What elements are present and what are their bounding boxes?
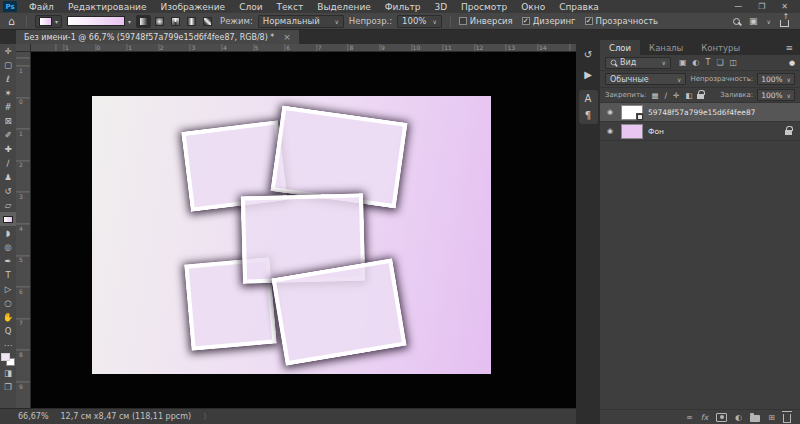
photo-frame-5[interactable] xyxy=(272,259,407,366)
foreground-color-swatch[interactable] xyxy=(1,353,10,361)
home-icon[interactable]: ⌂ xyxy=(8,15,15,28)
magic-wand-tool[interactable]: ✶ xyxy=(0,86,16,100)
blur-tool[interactable]: ◗ xyxy=(0,226,16,240)
lock-artboard-icon[interactable]: ◧ xyxy=(684,91,693,100)
document-tab[interactable]: Без имени-1 @ 66,7% (59748f57a799e15d6f4… xyxy=(16,30,299,44)
menu-файл[interactable]: Файл xyxy=(22,2,61,12)
actions-panel-icon[interactable]: ▶ xyxy=(579,66,598,83)
chevron-down-icon[interactable]: ∨ xyxy=(767,18,771,25)
healing-brush-tool[interactable]: ✚ xyxy=(0,142,16,156)
status-options-arrow[interactable]: 〉 xyxy=(203,411,211,422)
lock-transparent-pixels-icon[interactable]: ▦ xyxy=(650,91,659,100)
clone-stamp-tool[interactable]: ♟ xyxy=(0,170,16,184)
brush-tool[interactable]: ∕ xyxy=(0,156,16,170)
workspace-icon[interactable]: ▣ xyxy=(749,16,758,26)
share-icon[interactable] xyxy=(780,20,789,27)
photo-frame-2[interactable] xyxy=(271,106,408,209)
crop-tool[interactable]: # xyxy=(0,100,16,114)
frame-tool[interactable]: ⊠ xyxy=(0,114,16,128)
new-layer-icon[interactable]: ⊞ xyxy=(768,413,775,422)
path-selection-tool[interactable]: ▷ xyxy=(0,282,16,296)
menu-слои[interactable]: Слои xyxy=(232,2,269,12)
layer-thumbnail[interactable] xyxy=(621,124,643,139)
filter-kind-select[interactable]: Вид ∨ xyxy=(605,57,671,69)
lasso-tool[interactable]: ℓ xyxy=(0,72,16,86)
panel-tab-слои[interactable]: Слои xyxy=(600,40,640,55)
rectangular-marquee-tool[interactable]: ▢ xyxy=(0,58,16,72)
filter-pixel-layers-icon[interactable]: ▣ xyxy=(678,58,688,67)
dodge-tool[interactable]: ◎ xyxy=(0,240,16,254)
lock-position-icon[interactable]: ✛ xyxy=(672,91,680,100)
move-tool[interactable]: ✛ xyxy=(0,44,16,58)
chevron-down-icon[interactable]: ▾ xyxy=(128,18,131,25)
gradient-tool[interactable] xyxy=(0,212,16,226)
layer-row-2[interactable]: ◉Фон xyxy=(600,122,800,141)
menu-3d[interactable]: 3D xyxy=(427,2,454,12)
gradient-diamond-button[interactable] xyxy=(200,15,215,28)
layer-opacity-select[interactable]: 100% ∨ xyxy=(757,73,795,85)
ruler-corner[interactable] xyxy=(16,44,31,52)
history-panel-icon[interactable]: ↺ xyxy=(579,46,598,63)
menu-редактирование[interactable]: Редактирование xyxy=(61,2,154,12)
zoom-level-field[interactable]: 66,67% xyxy=(18,412,49,421)
color-swatches[interactable] xyxy=(0,352,16,366)
visibility-eye-icon[interactable]: ◉ xyxy=(604,127,616,135)
layer-row-1[interactable]: ◉59748f57a799e15d6f4fee87 xyxy=(600,103,800,122)
menu-просмотр[interactable]: Просмотр xyxy=(454,2,514,12)
ellipse-tool[interactable]: ○ xyxy=(0,296,16,310)
panel-tab-контуры[interactable]: Контуры xyxy=(692,40,749,55)
blend-mode-select[interactable]: Нормальный ∨ xyxy=(258,15,344,28)
menu-текст[interactable]: Текст xyxy=(270,2,311,12)
quick-mask-button[interactable]: ◨ xyxy=(0,366,16,380)
restore-button[interactable]: ❐ xyxy=(758,2,765,11)
menu-изображение[interactable]: Изображение xyxy=(153,2,232,12)
zoom-tool[interactable]: Q xyxy=(0,324,16,338)
edit-toolbar-button[interactable]: ⋯ xyxy=(0,338,16,352)
lock-image-pixels-icon[interactable]: ∕ xyxy=(664,91,669,100)
type-tool[interactable]: T xyxy=(0,268,16,282)
close-tab-icon[interactable]: × xyxy=(283,32,291,42)
gradient-angle-button[interactable] xyxy=(168,15,183,28)
eyedropper-tool[interactable]: ✐ xyxy=(0,128,16,142)
panel-tab-каналы[interactable]: Каналы xyxy=(640,40,692,55)
adjustment-layer-icon[interactable]: ◐ xyxy=(735,413,742,422)
group-layers-icon[interactable] xyxy=(750,415,760,422)
link-layers-icon[interactable]: ∞ xyxy=(686,413,693,422)
document-canvas[interactable] xyxy=(92,96,491,374)
panel-menu-icon[interactable]: ≡ xyxy=(778,40,800,55)
filter-type-layers-icon[interactable]: T xyxy=(705,58,712,67)
transparency-checkbox[interactable] xyxy=(585,17,593,25)
hand-tool[interactable]: ✋ xyxy=(0,310,16,324)
layer-thumbnail[interactable] xyxy=(621,105,643,120)
layer-blend-mode-select[interactable]: Обычные ∨ xyxy=(605,73,686,85)
visibility-eye-icon[interactable]: ◉ xyxy=(604,108,616,116)
paragraph-panel-icon[interactable]: ¶ xyxy=(579,107,598,124)
tool-preset-picker[interactable]: ▾ xyxy=(35,15,62,28)
gradient-preview-swatch[interactable] xyxy=(67,16,125,26)
vertical-ruler[interactable]: 10123456789 xyxy=(16,52,31,408)
close-button[interactable]: ✕ xyxy=(781,2,788,11)
eraser-tool[interactable]: ▱ xyxy=(0,198,16,212)
gradient-linear-button[interactable] xyxy=(136,15,151,28)
pen-tool[interactable]: ✒ xyxy=(0,254,16,268)
horizontal-ruler[interactable]: 101234567891011121314 xyxy=(31,44,576,52)
character-panel-icon[interactable]: А xyxy=(579,90,598,107)
history-brush-tool[interactable]: ↺ xyxy=(0,184,16,198)
menu-выделение[interactable]: Выделение xyxy=(310,2,378,12)
filter-shape-layers-icon[interactable]: ❏ xyxy=(715,58,724,67)
filter-adjustment-layers-icon[interactable]: ◐ xyxy=(692,58,701,67)
menu-окно[interactable]: Окно xyxy=(514,2,552,12)
layer-mask-icon[interactable] xyxy=(716,413,727,422)
inverse-checkbox[interactable] xyxy=(459,17,467,25)
gradient-reflected-button[interactable] xyxy=(184,15,199,28)
minimize-button[interactable]: — xyxy=(734,2,742,11)
filter-smart-objects-icon[interactable]: ◫ xyxy=(729,58,739,67)
menu-справка[interactable]: Справка xyxy=(552,2,606,12)
delete-layer-icon[interactable] xyxy=(783,414,791,423)
dither-checkbox[interactable] xyxy=(522,17,530,25)
lock-all-icon[interactable] xyxy=(697,94,704,99)
gradient-radial-button[interactable] xyxy=(152,15,167,28)
canvas-area[interactable] xyxy=(31,52,576,408)
opacity-select[interactable]: 100% ∨ xyxy=(397,15,442,28)
menu-фильтр[interactable]: Фильтр xyxy=(378,2,428,12)
